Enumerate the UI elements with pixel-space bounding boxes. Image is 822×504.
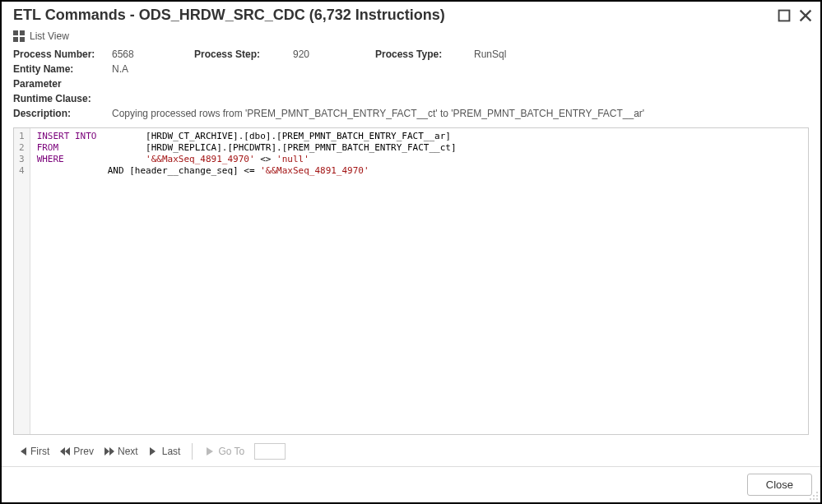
svg-point-6 bbox=[813, 495, 815, 497]
pager-last[interactable]: Last bbox=[145, 444, 184, 459]
process-number-label: Process Number: bbox=[13, 49, 112, 60]
pager-first[interactable]: First bbox=[13, 444, 53, 459]
pager-goto-label: Go To bbox=[218, 446, 244, 457]
description-value: Copying processed rows from 'PREM_PMNT_B… bbox=[112, 108, 809, 119]
svg-rect-2 bbox=[20, 30, 25, 35]
pager-goto: Go To bbox=[201, 444, 248, 459]
process-step-value: 920 bbox=[293, 49, 375, 60]
first-icon bbox=[16, 446, 28, 457]
entity-name-label: Entity Name: bbox=[13, 63, 112, 75]
prev-icon bbox=[59, 446, 71, 457]
goto-input[interactable] bbox=[254, 443, 286, 460]
svg-rect-3 bbox=[13, 37, 18, 42]
svg-point-8 bbox=[810, 498, 811, 500]
list-view-button[interactable]: List View bbox=[30, 30, 69, 42]
svg-rect-0 bbox=[779, 10, 790, 21]
window-title: ETL Commands - ODS_HRDW_SRC_CDC (6,732 I… bbox=[13, 7, 769, 24]
process-type-label: Process Type: bbox=[375, 49, 474, 60]
sql-code[interactable]: INSERT INTO [HRDW_CT_ARCHIVE].[dbo].[PRE… bbox=[30, 128, 808, 434]
close-button[interactable]: Close bbox=[747, 474, 812, 496]
last-icon bbox=[148, 446, 160, 457]
svg-point-10 bbox=[816, 498, 818, 500]
pager-next[interactable]: Next bbox=[100, 444, 142, 459]
goto-icon bbox=[204, 446, 216, 457]
pager-prev[interactable]: Prev bbox=[56, 444, 97, 459]
next-icon bbox=[104, 446, 115, 457]
svg-point-5 bbox=[816, 492, 818, 493]
process-number-value: 6568 bbox=[112, 49, 194, 60]
pager-last-label: Last bbox=[162, 446, 181, 457]
entity-name-value: N.A bbox=[112, 63, 128, 75]
svg-rect-4 bbox=[20, 37, 25, 42]
pager-first-label: First bbox=[30, 446, 49, 457]
process-type-value: RunSql bbox=[474, 49, 556, 60]
sql-editor: 1234 INSERT INTO [HRDW_CT_ARCHIVE].[dbo]… bbox=[13, 127, 809, 435]
svg-point-9 bbox=[813, 498, 815, 500]
svg-point-7 bbox=[816, 495, 818, 497]
runtime-clause-label: Runtime Clause: bbox=[13, 93, 112, 104]
close-icon[interactable] bbox=[799, 9, 812, 22]
line-gutter: 1234 bbox=[14, 128, 30, 434]
parameter-label: Parameter bbox=[13, 78, 112, 90]
pager-next-label: Next bbox=[118, 446, 138, 457]
separator bbox=[192, 443, 193, 460]
description-label: Description: bbox=[13, 108, 112, 119]
svg-rect-1 bbox=[13, 30, 18, 35]
resize-grip-icon[interactable] bbox=[809, 491, 819, 501]
process-step-label: Process Step: bbox=[194, 49, 293, 60]
pager-prev-label: Prev bbox=[73, 446, 94, 457]
list-view-icon[interactable] bbox=[13, 30, 25, 42]
maximize-icon[interactable] bbox=[778, 9, 791, 22]
